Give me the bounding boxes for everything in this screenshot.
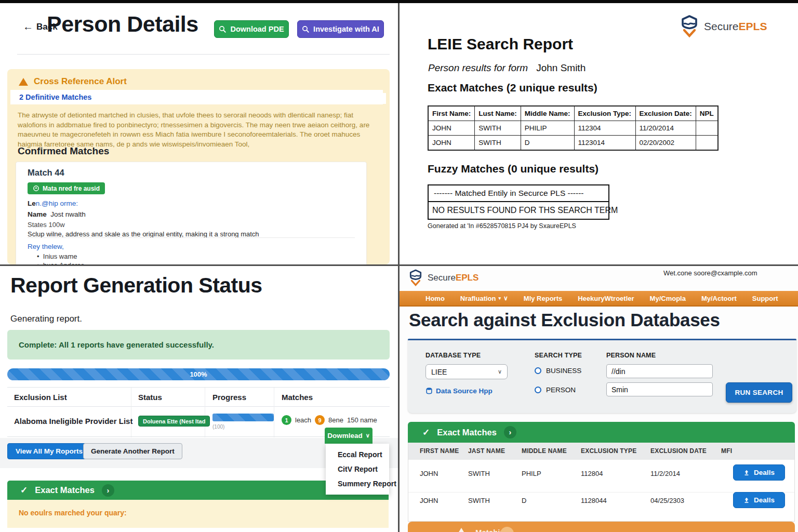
- card-divider: [28, 237, 355, 238]
- cell: SWITH: [468, 470, 490, 477]
- cell: 1123014: [574, 136, 635, 151]
- cell: D: [522, 497, 526, 504]
- collage-vertical-divider: [398, 0, 400, 532]
- nav-evaluation[interactable]: Nrafluation ▾ ∨: [460, 295, 508, 302]
- col-exclusion-type: Exclusion Type:: [574, 106, 635, 121]
- download-menu: Eccal Report CitV Report Summery Report: [326, 444, 389, 495]
- report-subtitle: Person results for formJohn Smith: [428, 62, 586, 74]
- upload-icon: [743, 470, 750, 476]
- brand-secure: Secure: [704, 20, 739, 32]
- cell: PHILP: [522, 470, 541, 477]
- cell: [696, 121, 718, 136]
- leie-report-screen: SecureEPLS LEIE Search Report Person res…: [400, 0, 798, 264]
- investigate-ai-button[interactable]: Investigate with AI: [297, 20, 384, 38]
- col-first-name: First Name:: [428, 106, 475, 121]
- person-radio[interactable]: PERSON: [535, 386, 576, 394]
- green-count-badge: 1: [282, 415, 291, 425]
- exact-matches-bar[interactable]: ✓ Exact Matches ›: [408, 422, 795, 443]
- definitive-matches-label: 2 Definitive Matches: [19, 93, 91, 101]
- cell: SWITH: [468, 497, 490, 504]
- investigate-ai-label: Investigate with AI: [313, 25, 379, 33]
- cell: 112804: [581, 470, 603, 477]
- relationship-link[interactable]: n.@hip orme:: [36, 200, 78, 207]
- menu-item-summary-report[interactable]: Summery Report: [326, 476, 389, 491]
- orange-count-label: 8ene: [328, 416, 343, 424]
- col-middle-name: MIDDLE NAME: [522, 447, 567, 455]
- main-nav: Homo Nrafluation ▾ ∨ Mly Reports Heekury…: [400, 291, 798, 307]
- col-last-name: Lust Name:: [475, 106, 521, 121]
- run-search-button[interactable]: RUN SEARCH: [726, 382, 792, 403]
- cell: JOHN: [420, 497, 438, 504]
- col-exclusion-date: EXCLUSION DATE: [650, 447, 707, 455]
- details-button[interactable]: Dealls: [733, 464, 785, 481]
- person-name-input-1[interactable]: [606, 364, 713, 378]
- radio-icon: [535, 367, 541, 374]
- row-progress-bar: [212, 414, 274, 421]
- cell: [696, 136, 718, 151]
- page-title: Report Generation Status: [10, 273, 262, 298]
- confirmed-matches-heading: Confirmed Matches: [18, 145, 109, 157]
- nav-my-company[interactable]: My/Cmopla: [650, 295, 686, 302]
- database-type-select[interactable]: LIEE ∨: [425, 364, 508, 379]
- col-first-name: FIRST NAME: [420, 447, 459, 455]
- view-all-reports-button[interactable]: View All My Roports: [7, 443, 91, 459]
- search-icon: [219, 25, 227, 33]
- exact-matches-label: Exact Matches: [437, 428, 497, 437]
- report-status-screen: Report Generation Status Generating repo…: [0, 266, 398, 532]
- orange-count-badge: 9: [315, 415, 325, 425]
- col-matches: Matches: [282, 393, 313, 402]
- nav-my-account[interactable]: My/Actoort: [701, 295, 737, 302]
- nav-support[interactable]: Support: [752, 295, 778, 302]
- review-link[interactable]: Rey thelew,: [28, 243, 64, 250]
- business-radio[interactable]: BUSINESS: [535, 367, 581, 375]
- collage-horizontal-divider: [0, 264, 798, 266]
- brand-epls: EPLS: [739, 20, 767, 32]
- expand-circle-icon[interactable]: ›: [504, 426, 516, 438]
- match-status-badge: Mata nred fre ausid: [28, 182, 105, 194]
- relationship-prefix: Le: [28, 200, 36, 207]
- exact-matches-table: First Name: Lust Name: Middle Name: Excl…: [428, 105, 719, 151]
- caret-down-icon: ▾: [498, 296, 501, 301]
- menu-item-csv-report[interactable]: CitV Report: [326, 462, 389, 476]
- database-type-value: LIEE: [431, 368, 447, 376]
- check-icon: ✓: [20, 485, 28, 496]
- col-npi: NPL: [696, 106, 718, 121]
- nav-history[interactable]: HeekuryWtroetler: [578, 295, 634, 302]
- col-exclusion-type: EXCLUSION TYPE: [581, 447, 636, 455]
- fuzzy-matches-bar-partial[interactable]: Matching: [408, 522, 795, 532]
- table-row: JOHN SWITH D 1123014 02/20/2002: [428, 136, 718, 151]
- download-pdf-button[interactable]: Download PDE: [214, 20, 289, 38]
- cell: 02/20/2002: [635, 136, 696, 151]
- row-progress-note: (100): [212, 424, 224, 430]
- definitive-matches-strip[interactable]: 2 Definitive Matches: [10, 90, 383, 104]
- fuzzy-box-title: ------- Matched Entily in Securce PLS --…: [429, 185, 608, 202]
- database-icon: [425, 387, 433, 395]
- exclusion-list-name: Alaboma Ineligible Provider List: [14, 417, 132, 425]
- download-dropdown-button[interactable]: Dowmlead ∨: [325, 428, 373, 444]
- download-label: Dowmlead: [327, 432, 363, 440]
- nav-my-reports[interactable]: Mly Reports: [524, 295, 562, 302]
- chevron-down-icon: ∨: [498, 368, 502, 375]
- data-source-link[interactable]: Data Source Hpp: [425, 387, 493, 395]
- search-type-label: SEARCH TYPE: [535, 352, 582, 359]
- cross-reference-alert: Cross Reference Alort 2 Definitive Match…: [7, 69, 390, 264]
- radio-icon: [535, 387, 541, 393]
- chevron-down-icon: ∨: [503, 295, 508, 302]
- menu-item-excel-report[interactable]: Eccal Report: [326, 447, 389, 462]
- expand-circle-icon[interactable]: ›: [102, 484, 114, 497]
- subtitle-name: John Smith: [536, 62, 586, 73]
- generate-another-report-button[interactable]: Generate Another Report: [83, 443, 182, 459]
- match-badge-label: Mata nred fre ausid: [43, 185, 100, 192]
- brand-logo: SecureEPLS: [408, 269, 478, 287]
- check-icon: ✓: [422, 427, 430, 438]
- back-arrow-icon: ←: [23, 21, 33, 33]
- download-pdf-label: Download PDE: [230, 25, 284, 33]
- nav-home[interactable]: Homo: [425, 295, 445, 302]
- person-name-input-2[interactable]: [606, 382, 713, 396]
- header-divider: [17, 54, 390, 55]
- warning-icon: [19, 78, 28, 86]
- col-middle-name: Middle Name:: [521, 106, 574, 121]
- data-source-label: Data Source Hpp: [436, 387, 493, 395]
- alert-paragraph: The atrwyste of detionted martched in cl…: [18, 111, 381, 149]
- details-button[interactable]: Dealls: [733, 492, 785, 508]
